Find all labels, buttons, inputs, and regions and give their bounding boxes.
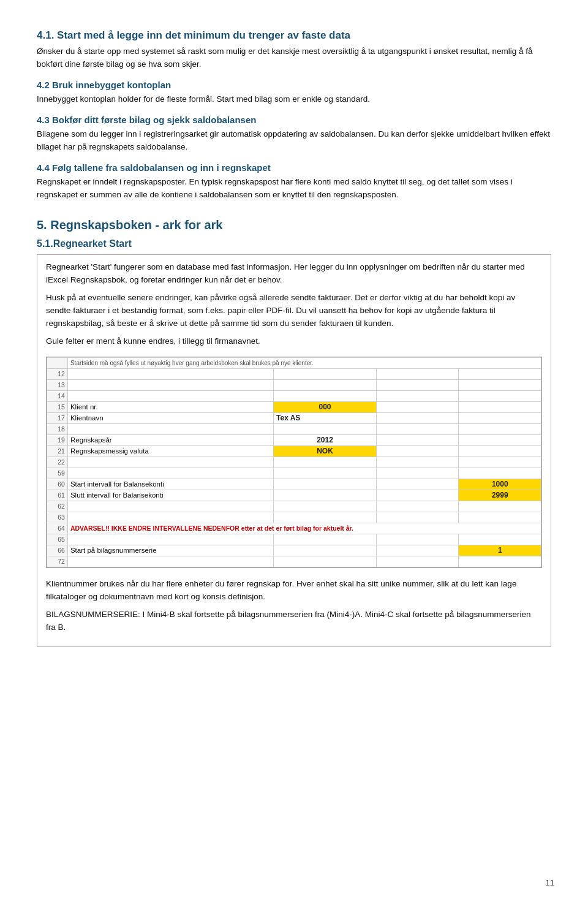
klient-nr-label: Klient nr. [67, 401, 273, 412]
section-4-3-title: 4.3 Bokfør ditt første bilag og sjekk sa… [37, 115, 551, 125]
after-table-para-1: BILAGSNUMMERSERIE: I Mini4-B skal fortse… [46, 608, 542, 634]
spreadsheet-info-row: Startsiden må også fylles ut nøyaktig hv… [47, 357, 541, 368]
section-4-3-para-0: Bilagene som du legger inn i registrerin… [37, 128, 551, 154]
spreadsheet-info-text: Startsiden må også fylles ut nøyaktig hv… [67, 357, 541, 368]
table-row-start-intervall: 60 Start intervall for Balansekonti 1000 [47, 479, 541, 490]
section-4-3: 4.3 Bokfør ditt første bilag og sjekk sa… [37, 115, 551, 154]
table-row: 65 [47, 534, 541, 545]
spreadsheet: Startsiden må også fylles ut nøyaktig hv… [46, 357, 542, 568]
table-row: 14 [47, 390, 541, 401]
table-row: 62 [47, 501, 541, 512]
section-4-1-title: 4.1. Start med å legge inn det minimum d… [37, 29, 551, 42]
section-4-1: 4.1. Start med å legge inn det minimum d… [37, 29, 551, 71]
table-row: 13 [47, 379, 541, 390]
table-row: 59 [47, 468, 541, 479]
slutt-intervall-value: 2999 [459, 490, 541, 501]
slutt-intervall-label: Slutt intervall for Balansekonti [67, 490, 273, 501]
table-row-regnskapsaar: 19 Regnskapsår 2012 [47, 434, 541, 445]
bilagsnummer-value: 1 [459, 545, 541, 556]
table-row: 63 [47, 512, 541, 523]
section-5-1-para-1: Husk på at eventuelle senere endringer, … [46, 292, 542, 330]
table-row-bilagsnummer: 66 Start på bilagsnummerserie 1 [47, 545, 541, 556]
klientnavn-value: Tex AS [274, 412, 377, 423]
table-row: 22 [47, 457, 541, 468]
table-row-klientnavn: 17 Klientnavn Tex AS [47, 412, 541, 423]
klientnavn-label: Klientnavn [67, 412, 273, 423]
table-row: 12 [47, 368, 541, 379]
page-number: 11 [546, 878, 554, 887]
section-4-1-para-0: Ønsker du å starte opp med systemet så r… [37, 45, 551, 71]
klient-nr-value: 000 [274, 401, 377, 412]
regnskapsaar-label: Regnskapsår [67, 434, 273, 445]
valuta-label: Regnskapsmessig valuta [67, 445, 273, 457]
section-4-4-title: 4.4 Følg tallene fra saldobalansen og in… [37, 162, 551, 173]
section-4-2-para-0: Innebygget kontoplan holder for de flest… [37, 93, 551, 106]
table-row-valuta: 21 Regnskapsmessig valuta NOK [47, 445, 541, 457]
table-row-warning: 64 ADVARSEL!! IKKE ENDRE INTERVALLENE NE… [47, 523, 541, 534]
after-table-para-0: Klientnummer brukes når du har flere enh… [46, 578, 542, 604]
section-5-1-para-0: Regnearket 'Start' fungerer som en datab… [46, 261, 542, 287]
section-4-4-para-0: Regnskapet er inndelt i regnskapsposter.… [37, 176, 551, 202]
table-row: 18 [47, 423, 541, 434]
section-5: 5. Regnskapsboken - ark for ark 5.1.Regn… [37, 218, 551, 646]
section-5-1-title: 5.1.Regnearket Start [37, 238, 551, 249]
warning-text: ADVARSEL!! IKKE ENDRE INTERVALLENE NEDEN… [67, 523, 541, 534]
table-row-klient-nr: 15 Klient nr. 000 [47, 401, 541, 412]
table-row-slutt-intervall: 61 Slutt intervall for Balansekonti 2999 [47, 490, 541, 501]
bilagsnummer-label: Start på bilagsnummerserie [67, 545, 273, 556]
section-4-4: 4.4 Følg tallene fra saldobalansen og in… [37, 162, 551, 202]
table-row: 72 [47, 556, 541, 567]
section-4-2: 4.2 Bruk innebygget kontoplan Innebygget… [37, 80, 551, 106]
regnskapsaar-value: 2012 [274, 434, 377, 445]
section-4-2-title: 4.2 Bruk innebygget kontoplan [37, 80, 551, 90]
valuta-value: NOK [274, 445, 377, 457]
start-intervall-label: Start intervall for Balansekonti [67, 479, 273, 490]
section-5-1-para-2: Gule felter er ment å kunne endres, i ti… [46, 335, 542, 348]
start-intervall-value: 1000 [459, 479, 541, 490]
section-5-title: 5. Regnskapsboken - ark for ark [37, 218, 551, 232]
